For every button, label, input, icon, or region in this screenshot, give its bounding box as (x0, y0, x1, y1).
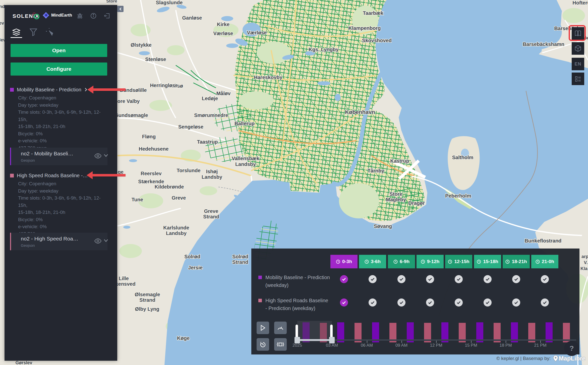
chevron-right-icon[interactable] (84, 88, 87, 92)
map-place-label: Stenløse (145, 56, 166, 62)
check-toggle-0-6[interactable] (512, 275, 520, 283)
map-place-label: Jersie (188, 265, 203, 270)
bug-icon[interactable] (77, 13, 83, 19)
map-place-label: Ølby Lyng (135, 306, 159, 312)
tab-filters[interactable] (28, 27, 39, 37)
maplibre-logo[interactable]: MapLibre (553, 355, 585, 362)
sidebar-collapse-button[interactable] (117, 6, 124, 12)
range-slider-right[interactable] (329, 337, 335, 343)
sublayer-panel-no2-highspeed[interactable]: no2 - High Speed Roa… Geojson (10, 233, 107, 250)
check-toggle-0-5[interactable] (484, 275, 492, 283)
timeline-bar-mobility-slot5 (476, 322, 483, 339)
eye-icon[interactable] (94, 153, 102, 160)
check-toggle-0-7[interactable] (541, 275, 549, 283)
chevron-down-icon[interactable] (103, 239, 108, 243)
solenix-logo-icon (31, 11, 41, 21)
check-toggle-1-7[interactable] (541, 298, 549, 307)
timeline-bar-high-slot0 (320, 323, 327, 339)
time-slot-button-6-9h[interactable]: 6-9h (388, 255, 415, 268)
check-toggle-0-2[interactable] (397, 275, 405, 283)
chevron-down-icon[interactable] (103, 154, 108, 158)
map-attribution: © kepler.gl | Basemap by: MapLibre (496, 355, 585, 362)
sublayer-title: no2 - Mobility Baseli… (21, 151, 73, 157)
timeline-bar-stub (494, 341, 501, 342)
check-toggle-0-3[interactable] (426, 275, 434, 283)
tab-interactions[interactable] (44, 27, 56, 37)
map-place-label: Ølsemagle (135, 292, 160, 297)
sublayer-panel-no2-mobility[interactable]: no2 - Mobility Baseli… Geojson (10, 148, 107, 165)
check-icon (514, 301, 518, 304)
time-slot-button-15-18h[interactable]: 15-18h (474, 255, 501, 268)
map-place-label: Magleby (386, 197, 406, 202)
layer-detail-line: Bicycle: 0% (18, 130, 108, 138)
time-slot-button-3-6h[interactable]: 3-6h (359, 255, 386, 268)
time-slot-button-12-15h[interactable]: 12-15h (445, 255, 472, 268)
timeline-tick-mark (367, 341, 367, 343)
exit-icon[interactable] (104, 13, 110, 19)
check-toggle-0-0[interactable] (340, 275, 348, 283)
timeline-tick-label: 06 AM (357, 343, 377, 348)
check-icon (514, 278, 518, 281)
map-place-label: Store (106, 0, 117, 4)
map-place-label: Ledøje (202, 96, 218, 101)
timeline-bar-stub (337, 341, 344, 342)
map-place-label: Strand (232, 259, 248, 265)
legend-button[interactable] (572, 73, 584, 85)
check-toggle-1-3[interactable] (426, 298, 434, 307)
stripe (10, 148, 11, 165)
play-button[interactable] (257, 322, 269, 334)
time-slot-label: 3-6h (371, 259, 381, 264)
language-button[interactable]: EN (572, 58, 584, 70)
map-place-label: Stærkende (138, 179, 164, 184)
time-slot-button-9-12h[interactable]: 9-12h (417, 255, 444, 268)
time-slot-button-21-0h[interactable]: 21-0h (531, 255, 558, 268)
check-toggle-1-4[interactable] (455, 298, 463, 307)
check-toggle-1-1[interactable] (369, 298, 377, 307)
mindearth-icon (43, 12, 49, 19)
timeline-selected-range[interactable] (297, 339, 332, 341)
map-place-label: Reerslev (141, 171, 162, 176)
eye-icon[interactable] (94, 238, 102, 245)
info-icon[interactable] (90, 13, 97, 19)
map-place-label: Taarbæk (363, 10, 384, 16)
layer-detail-line: City: Copenhagen (18, 94, 108, 102)
time-window-button[interactable] (274, 338, 287, 351)
map-place-label: Taastrup (197, 139, 218, 145)
check-toggle-1-6[interactable] (512, 298, 520, 307)
map-place-label: Strand (203, 214, 219, 219)
check-toggle-1-5[interactable] (484, 298, 492, 307)
reset-button[interactable] (257, 338, 269, 351)
timeline-track[interactable] (295, 339, 576, 341)
check-toggle-0-4[interactable] (455, 275, 463, 283)
time-slot-button-18-21h[interactable]: 18-21h (503, 255, 530, 268)
layer-details-highspeed: City: CopenhagenDay type: weekdayTime sl… (18, 180, 108, 237)
timeline-bar-mobility-slot6 (511, 322, 518, 339)
map-place-label: Kastrup (390, 158, 409, 164)
check-icon (371, 278, 375, 281)
map-place-label: Solrød (184, 254, 200, 259)
clock-icon (477, 260, 481, 264)
map-place-label: Gundsømagle (114, 112, 148, 118)
map-place-label: Landsby (166, 230, 187, 236)
open-button[interactable]: Open (11, 44, 107, 57)
tab-layers[interactable] (11, 27, 22, 37)
check-toggle-1-2[interactable] (397, 298, 405, 307)
tab-bar (5, 26, 117, 39)
check-icon (342, 301, 346, 304)
timeline-bar-mobility-slot0 (303, 322, 310, 339)
check-icon (428, 278, 432, 281)
range-slider-left[interactable] (295, 337, 300, 343)
map-place-label: ev (0, 21, 4, 26)
check-toggle-0-1[interactable] (369, 275, 377, 283)
timeline-bar-mobility-slot2 (372, 322, 379, 339)
speed-button[interactable] (274, 322, 287, 334)
help-button[interactable]: ? (564, 341, 579, 356)
time-slot-button-0-3h[interactable]: 0-3h (330, 255, 358, 268)
configure-button[interactable]: Configure (11, 63, 107, 76)
check-toggle-1-0[interactable] (340, 298, 348, 307)
time-slot-label: 12-15h (454, 259, 469, 264)
3d-view-button[interactable] (572, 42, 584, 55)
map-place-label: Greve (172, 195, 186, 201)
map-place-label: Kgs. Lyngby (309, 47, 339, 52)
layer-detail-line: Day type: weekday (18, 102, 108, 109)
